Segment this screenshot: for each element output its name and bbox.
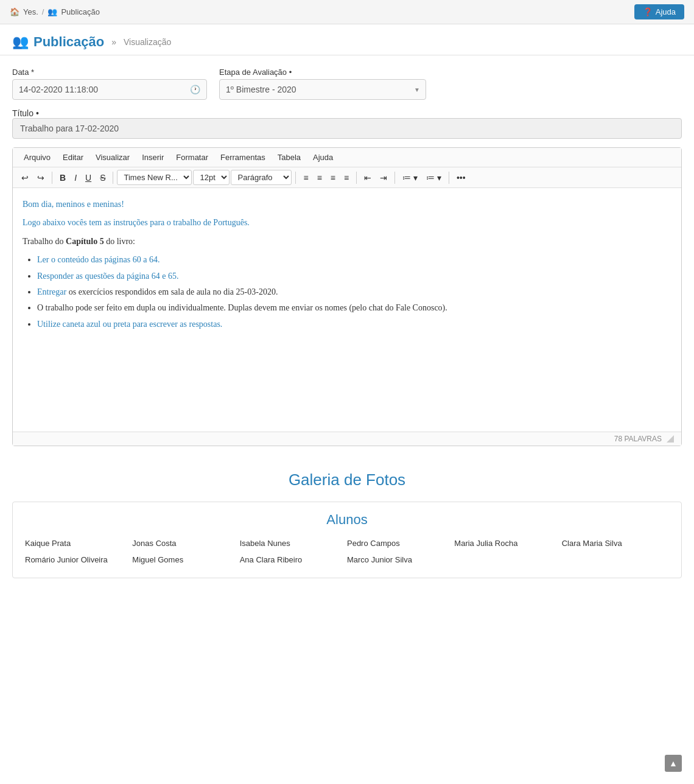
indent-decrease-button[interactable]: ⇤	[360, 170, 375, 185]
top-nav: 🏠 Yes. / 👥 Publicação ❓ Ajuda	[0, 0, 694, 24]
aluno-11	[454, 554, 561, 565]
toolbar-divider-6	[449, 172, 449, 184]
editor-line1: Bom dia, meninos e meninas!	[23, 198, 671, 211]
toolbar-divider-5	[394, 172, 395, 184]
titulo-label: Título •	[12, 108, 39, 118]
breadcrumb-sep2: »	[111, 37, 116, 47]
alunos-title: Alunos	[25, 512, 669, 528]
menu-visualizar[interactable]: Visualizar	[89, 150, 136, 164]
redo-button[interactable]: ↪	[33, 170, 48, 185]
etapa-select[interactable]: 1º Bimestre - 2020	[219, 79, 426, 100]
toolbar-divider-4	[356, 172, 357, 184]
menu-tabela[interactable]: Tabela	[272, 150, 307, 164]
aluno-1: Kaique Prata	[25, 537, 132, 549]
gallery-section: Galeria de Fotos	[12, 458, 682, 495]
etapa-select-wrapper: 1º Bimestre - 2020	[219, 79, 426, 100]
aluno-10: Marco Junior Silva	[347, 554, 454, 565]
align-left-button[interactable]: ≡	[300, 170, 312, 185]
resize-handle[interactable]	[667, 435, 674, 443]
toolbar-divider-2	[113, 172, 113, 184]
aluno-12	[562, 554, 669, 565]
section-icon: 👥	[47, 7, 57, 16]
section-label: Publicação	[61, 7, 100, 16]
home-icon: 🏠	[10, 7, 19, 16]
menu-inserir[interactable]: Inserir	[136, 150, 170, 164]
menu-formatar[interactable]: Formatar	[170, 150, 214, 164]
menu-arquivo[interactable]: Arquivo	[18, 150, 57, 164]
breadcrumb-sep: /	[42, 7, 44, 16]
undo-button[interactable]: ↩	[18, 170, 32, 185]
data-group: Data * 14-02-2020 11:18:00 🕐	[12, 68, 207, 100]
menu-ferramentas[interactable]: Ferramentas	[214, 150, 272, 164]
size-select[interactable]: 12pt	[193, 170, 230, 185]
bold-button[interactable]: B	[56, 170, 69, 185]
alunos-section: Alunos Kaique Prata Jonas Costa Isabela …	[12, 502, 682, 578]
publication-icon: 👥	[12, 34, 29, 50]
titulo-group: Título •	[12, 108, 682, 139]
editor-container: Arquivo Editar Visualizar Inserir Format…	[12, 147, 682, 446]
strikethrough-button[interactable]: S	[96, 170, 109, 185]
toolbar-divider-3	[295, 172, 296, 184]
page-title: Publicação	[33, 34, 104, 50]
menu-editar[interactable]: Editar	[57, 150, 89, 164]
editor-toolbar: ↩ ↪ B I U S Times New R... 12pt Parágraf…	[13, 167, 681, 188]
gallery-title: Galeria de Fotos	[12, 471, 682, 489]
list-item-4: O trabalho pode ser feito em dupla ou in…	[37, 301, 671, 315]
list-item-2: Responder as questões da página 64 e 65.	[37, 270, 671, 283]
etapa-label: Etapa de Avaliação •	[219, 68, 426, 77]
titulo-input[interactable]	[12, 118, 682, 139]
alunos-grid: Kaique Prata Jonas Costa Isabela Nunes P…	[25, 537, 669, 565]
style-select[interactable]: Parágrafo	[231, 170, 292, 185]
align-right-button[interactable]: ≡	[327, 170, 339, 185]
editor-line3: Trabalho do Capítulo 5 do livro:	[23, 235, 671, 248]
help-label: Ajuda	[656, 7, 676, 16]
main-content: Data * 14-02-2020 11:18:00 🕐 Etapa de Av…	[0, 55, 694, 603]
help-icon: ❓	[643, 7, 653, 16]
breadcrumb: 🏠 Yes. / 👥 Publicação	[10, 7, 100, 16]
etapa-group: Etapa de Avaliação • 1º Bimestre - 2020	[219, 68, 426, 100]
data-label: Data *	[12, 68, 207, 77]
word-count: 78 PALAVRAS	[614, 435, 662, 443]
ordered-list-button[interactable]: ≔ ▾	[399, 170, 421, 185]
editor-body[interactable]: Bom dia, meninos e meninas! Logo abaixo …	[13, 188, 681, 432]
clock-icon: 🕐	[190, 85, 200, 94]
list-item-3: Entregar os exercícios respondidos em sa…	[37, 285, 671, 299]
toolbar-divider-1	[52, 172, 52, 184]
aluno-2: Jonas Costa	[132, 537, 239, 549]
aluno-9: Ana Clara Ribeiro	[240, 554, 347, 565]
align-center-button[interactable]: ≡	[314, 170, 326, 185]
indent-increase-button[interactable]: ⇥	[376, 170, 391, 185]
font-select[interactable]: Times New R...	[117, 170, 192, 185]
more-button[interactable]: •••	[453, 170, 469, 185]
aluno-4: Pedro Campos	[347, 537, 454, 549]
underline-button[interactable]: U	[82, 170, 95, 185]
editor-line2: Logo abaixo vocês tem as instruções para…	[23, 216, 671, 229]
aluno-5: Maria Julia Rocha	[454, 537, 561, 549]
editor-menubar: Arquivo Editar Visualizar Inserir Format…	[13, 148, 681, 167]
breadcrumb-view: Visualização	[124, 37, 171, 47]
form-row-1: Data * 14-02-2020 11:18:00 🕐 Etapa de Av…	[12, 68, 682, 100]
page-header: 👥 Publicação » Visualização	[0, 24, 694, 55]
aluno-6: Clara Maria Silva	[562, 537, 669, 549]
editor-footer: 78 PALAVRAS	[13, 432, 681, 446]
data-input[interactable]: 14-02-2020 11:18:00 🕐	[12, 79, 207, 100]
align-justify-button[interactable]: ≡	[340, 170, 352, 185]
italic-button[interactable]: I	[71, 170, 80, 185]
data-value: 14-02-2020 11:18:00	[19, 85, 98, 94]
aluno-7: Romário Junior Oliveira	[25, 554, 132, 565]
editor-list: Ler o conteúdo das páginas 60 a 64. Resp…	[37, 253, 671, 331]
list-item-5: Utilize caneta azul ou preta para escrev…	[37, 318, 671, 331]
unordered-list-button[interactable]: ≔ ▾	[422, 170, 445, 185]
menu-ajuda[interactable]: Ajuda	[307, 150, 339, 164]
aluno-3: Isabela Nunes	[240, 537, 347, 549]
aluno-8: Miguel Gomes	[132, 554, 239, 565]
home-link[interactable]: Yes.	[23, 7, 38, 16]
help-button[interactable]: ❓ Ajuda	[634, 4, 684, 19]
list-item-1: Ler o conteúdo das páginas 60 a 64.	[37, 253, 671, 267]
